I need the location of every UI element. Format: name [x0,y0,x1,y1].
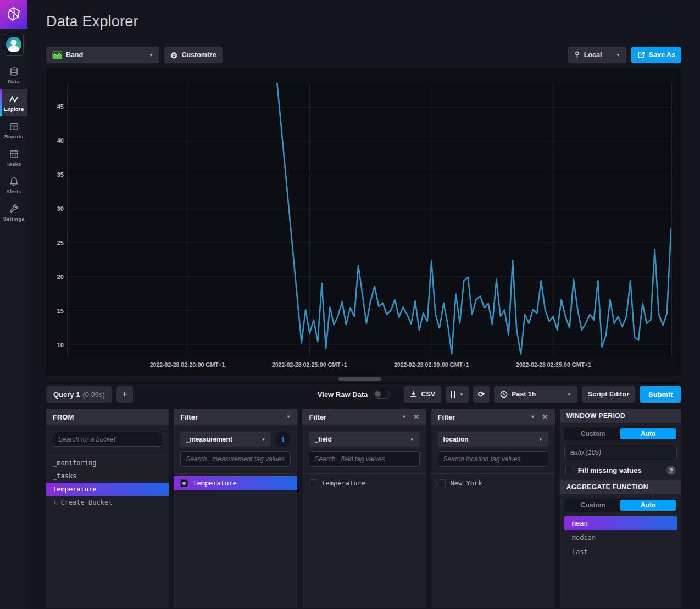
sidebar-item-data[interactable]: Data [0,62,27,89]
function-label: median [572,534,596,541]
export-icon [637,51,645,59]
gear-icon: ⚙ [170,51,177,59]
tag-value-item[interactable]: temperature [302,476,426,490]
checkbox-unchecked-icon[interactable] [438,479,446,487]
bucket-search-input[interactable] [53,432,162,447]
function-label: last [572,548,588,556]
location-search-input[interactable] [438,451,548,467]
graph-type-label: Band [66,51,83,59]
sidebar-item-label: Boards [0,133,27,139]
tag-key-dropdown[interactable]: _field ▼ [309,432,419,447]
sidebar-item-tasks[interactable]: Tasks [0,144,27,171]
pause-dropdown-button[interactable]: ▼ [446,386,469,403]
window-period-header: WINDOW PERIOD [560,409,681,423]
user-avatar[interactable] [4,33,24,56]
submit-button[interactable]: Submit [640,386,681,403]
fill-missing-label: Fill missing values [578,466,642,474]
filter-panel-measurement: Filter ▼ _measurement ▼ 1 temperature [174,409,297,608]
graph-type-dropdown[interactable]: Band ▼ [46,47,159,63]
close-icon[interactable]: ✕ [413,412,420,421]
save-as-button[interactable]: Save As [631,47,681,63]
sidebar-item-boards[interactable]: Boards [0,116,27,144]
chart-scrollbar-handle[interactable] [338,377,381,381]
chevron-down-icon: ▼ [616,53,620,58]
help-icon[interactable]: ? [666,466,676,475]
timezone-dropdown[interactable]: Local ▼ [568,47,626,63]
create-bucket-button[interactable]: + Create Bucket [46,496,169,509]
tag-value-item[interactable]: New York [431,476,555,490]
auto-option[interactable]: Auto [620,500,676,511]
from-title: FROM [53,413,74,421]
chevron-down-icon: ▼ [410,437,414,442]
view-raw-data-label: View Raw Data [318,390,368,399]
tag-value-label: temperature [321,479,365,487]
dashboard-icon [9,121,19,132]
bucket-item-selected[interactable]: temperature [46,483,169,496]
filter-panel-header: Filter ▼ ✕ [302,409,426,425]
create-bucket-label: + Create Bucket [53,499,112,506]
selected-count-badge: 1 [275,432,291,447]
refresh-button[interactable]: ⟳ [473,386,490,403]
field-search-input[interactable] [309,451,419,467]
chart-scrollbar-track[interactable] [46,376,681,382]
script-editor-button[interactable]: Script Editor [582,386,635,403]
measurement-search-input[interactable] [180,451,291,467]
checkbox-unchecked-icon[interactable] [309,479,316,487]
query-tab[interactable]: Query 1 (0.09s) [46,386,112,403]
query-builder: FROM _monitoring _tasks temperature [46,409,681,608]
chevron-down-icon[interactable]: ▼ [402,414,407,420]
chevron-down-icon: ▼ [459,392,464,397]
refresh-icon: ⟳ [478,389,485,399]
tag-key-dropdown[interactable]: location ▼ [438,432,548,447]
window-period-input[interactable] [564,445,677,460]
sidebar-item-alerts[interactable]: Alerts [0,171,27,199]
bucket-item[interactable]: _tasks [46,470,169,483]
chevron-down-icon: ▼ [567,392,571,397]
function-item[interactable]: median [564,530,677,545]
influxdb-logo[interactable] [0,0,27,29]
sidebar-item-label: Alerts [0,188,27,194]
custom-option[interactable]: Custom [565,500,621,511]
from-panel-header: FROM [46,409,169,425]
add-query-button[interactable]: + [116,386,133,403]
filter-panel-location: Filter ▼ ✕ location ▼ New York [431,409,555,608]
aggregate-function-header: AGGREGATE FUNCTION [560,480,681,494]
y-tick-label: 20 [47,273,64,280]
time-series-plot[interactable] [67,83,672,356]
tag-key-label: location [443,435,469,443]
chevron-down-icon[interactable]: ▼ [286,414,291,420]
chart-svg [68,83,671,356]
sidebar-item-label: Tasks [0,161,27,167]
fill-missing-checkbox[interactable] [565,467,573,474]
sidebar-item-settings[interactable]: Settings [0,199,27,226]
csv-download-button[interactable]: CSV [404,386,441,403]
query-toolbar: Query 1 (0.09s) + View Raw Data CSV ▼ ⟳ [46,386,681,403]
tag-key-label: _field [314,435,331,443]
pause-icon [451,391,455,398]
chart-panel: 1015202530354045 2022-02-28 02:20:00 GMT… [46,68,681,384]
x-tick-label: 2022-02-28 02:30:00 GMT+1 [382,361,481,368]
function-item-selected[interactable]: mean [564,516,677,530]
chevron-down-icon[interactable]: ▼ [530,414,535,420]
script-editor-label: Script Editor [588,390,629,398]
toggle-knob [375,391,381,397]
close-icon[interactable]: ✕ [542,412,548,421]
bucket-item[interactable]: _monitoring [46,456,169,470]
aggregate-mode-toggle[interactable]: Custom Auto [564,499,677,512]
custom-option[interactable]: Custom [565,428,621,439]
checkbox-checked-icon[interactable] [180,479,188,487]
tag-value-item-selected[interactable]: temperature [174,476,297,490]
customize-button[interactable]: ⚙ Customize [164,47,223,63]
view-raw-data-toggle[interactable] [373,390,390,399]
filter-panel-field: Filter ▼ ✕ _field ▼ temperature [302,409,426,608]
function-item[interactable]: last [564,545,677,559]
database-icon [9,66,19,77]
time-range-dropdown[interactable]: Past 1h ▼ [494,386,577,403]
x-tick-label: 2022-02-28 02:25:00 GMT+1 [260,361,359,368]
sidebar-item-explore[interactable]: Explore [0,89,27,116]
window-period-mode-toggle[interactable]: Custom Auto [564,427,677,440]
auto-option[interactable]: Auto [620,428,676,439]
y-tick-label: 35 [47,171,64,178]
bucket-list: _monitoring _tasks temperature + Create … [46,456,169,509]
tag-key-dropdown[interactable]: _measurement ▼ [180,432,271,447]
